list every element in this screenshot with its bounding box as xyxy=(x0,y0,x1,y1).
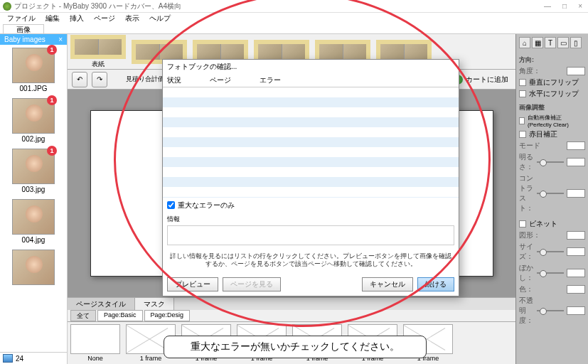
rp-autocorrect-check[interactable] xyxy=(519,117,525,124)
dialog-filter-checkbox[interactable]: 重大なエラーのみ xyxy=(167,200,454,210)
rp-opacity-label: 不透明度： xyxy=(519,296,534,326)
list-row[interactable] xyxy=(163,137,459,147)
rp-blur-input[interactable] xyxy=(567,269,585,277)
menu-page[interactable]: ページ xyxy=(90,14,119,23)
rp-redeye-label: 赤目補正 xyxy=(529,129,557,139)
rp-mode-input[interactable] xyxy=(567,141,585,150)
thumb-badge: 1 xyxy=(47,146,57,156)
list-row[interactable] xyxy=(163,167,459,177)
rp-brightness-label: 明るさ： xyxy=(519,152,534,172)
list-row[interactable] xyxy=(163,177,459,187)
rp-color-label: 色： xyxy=(519,284,564,294)
subtab-basic[interactable]: Page:Basic xyxy=(97,310,143,321)
rp-tab-page-icon[interactable]: ▯ xyxy=(570,37,582,48)
rp-angle-input[interactable] xyxy=(567,67,585,75)
menu-file[interactable]: ファイル xyxy=(3,14,40,23)
list-row[interactable] xyxy=(163,97,459,107)
dialog-hint: 詳しい情報を見るにはリストの行をクリックしてください。プレビューボタンを押して画… xyxy=(163,248,459,273)
instruction-callout: 重大なエラーが無いかチェックしてください。 xyxy=(164,336,427,358)
thumb-item[interactable]: 1 002.jpg xyxy=(3,98,64,143)
dialog-info-label: 情報 xyxy=(167,215,454,224)
rp-angle-label: 角度： xyxy=(519,66,564,76)
menu-insert[interactable]: 挿入 xyxy=(65,14,88,23)
rp-flip-h-check[interactable] xyxy=(519,90,526,97)
rp-tab-image-icon[interactable]: ▦ xyxy=(532,37,543,48)
rp-vignette-label: ビネット xyxy=(529,219,557,229)
thumb-item[interactable]: 004.jpg xyxy=(3,199,64,244)
rp-color-input[interactable] xyxy=(567,285,585,294)
menu-view[interactable]: 表示 xyxy=(121,14,144,23)
frame-label: 表紙 xyxy=(92,60,105,69)
list-row[interactable] xyxy=(163,157,459,167)
minimize-button[interactable]: — xyxy=(541,2,554,10)
rp-shape-input[interactable] xyxy=(567,231,585,240)
dialog-continue-button[interactable]: 続ける xyxy=(417,277,454,291)
list-row[interactable] xyxy=(163,87,459,97)
menu-help[interactable]: ヘルプ xyxy=(145,14,175,23)
window-title: プロジェクト - MyBaby 3900 ハードカバー、A4横向 xyxy=(14,1,541,11)
bottom-tabs: ページスタイル マスク xyxy=(68,297,515,310)
sidebar-tab-close[interactable]: × xyxy=(58,36,63,43)
close-button[interactable]: × xyxy=(575,2,585,10)
ribbon-tab-image[interactable]: 画像 xyxy=(3,24,44,33)
rp-redeye-check[interactable] xyxy=(519,131,526,138)
rp-opacity-slider[interactable] xyxy=(537,307,564,314)
rp-contrast-label: コントラスト： xyxy=(519,173,534,213)
rp-size-label: サイズ： xyxy=(519,242,534,262)
rp-brightness-input[interactable] xyxy=(567,158,585,166)
list-row[interactable] xyxy=(163,117,459,127)
rp-direction-title: 方向: xyxy=(519,55,585,65)
rp-tab-shape-icon[interactable]: ▭ xyxy=(557,37,569,48)
rp-opacity-input[interactable] xyxy=(567,306,585,315)
undo-button[interactable]: ↶ xyxy=(72,72,87,87)
rp-size-input[interactable] xyxy=(567,247,585,256)
dialog-cancel-button[interactable]: キャンセル xyxy=(362,277,413,291)
dialog-view-page-button[interactable]: ページを見る xyxy=(223,277,281,291)
col-error: エラー xyxy=(260,75,281,85)
redo-button[interactable]: ↷ xyxy=(92,72,107,87)
rp-tab-home-icon[interactable]: ⌂ xyxy=(519,37,530,48)
tab-mask[interactable]: マスク xyxy=(135,298,174,310)
sidebar-tab-label: Baby images xyxy=(4,36,46,43)
sidebar-tab[interactable]: Baby images × xyxy=(0,34,67,45)
rp-flip-v-check[interactable] xyxy=(519,79,526,86)
list-row[interactable] xyxy=(163,127,459,137)
dialog-info-box xyxy=(167,225,454,245)
list-row[interactable] xyxy=(163,107,459,117)
properties-panel: ⌂ ▦ T ▭ ▯ 方向: 角度： 垂直にフリップ 水平にフリップ 画像調整 自… xyxy=(515,34,588,364)
rp-brightness-slider[interactable] xyxy=(537,159,564,166)
maximize-button[interactable]: □ xyxy=(560,2,570,10)
rp-blur-label: ぼかし： xyxy=(519,263,534,283)
folder-icon[interactable] xyxy=(3,354,13,363)
thumb-item[interactable]: 1 001.JPG xyxy=(3,48,64,92)
list-row[interactable] xyxy=(163,187,459,197)
subtab-design[interactable]: Page:Desig xyxy=(144,310,191,321)
rp-enhance-title: 画像調整 xyxy=(519,103,585,112)
thumb-item[interactable] xyxy=(3,250,64,285)
tab-page-style[interactable]: ページスタイル xyxy=(68,298,135,310)
template-item[interactable]: None xyxy=(70,324,120,362)
menu-edit[interactable]: 編集 xyxy=(41,14,64,23)
list-row[interactable] xyxy=(163,147,459,157)
rp-autocorrect-label: 自動画像補正 (Perfectly Clear) xyxy=(528,114,585,128)
dialog-preview-button[interactable]: プレビュー xyxy=(167,277,218,291)
dialog-error-list[interactable] xyxy=(163,87,459,198)
thumb-item[interactable]: 1 003.jpg xyxy=(3,149,64,193)
thumb-image xyxy=(12,250,55,285)
col-status: 状況 xyxy=(167,75,181,85)
dialog-list-headers: 状況 ページ エラー xyxy=(163,74,459,87)
rp-contrast-input[interactable] xyxy=(567,189,585,198)
rp-tab-text-icon[interactable]: T xyxy=(545,37,556,48)
thumb-label: 003.jpg xyxy=(3,186,64,193)
rp-vignette-check[interactable] xyxy=(519,220,526,228)
menu-bar: ファイル 編集 挿入 ページ 表示 ヘルプ xyxy=(0,13,588,24)
sidebar-footer: 24 xyxy=(0,352,67,364)
rp-flip-h-label: 水平にフリップ xyxy=(529,89,579,99)
rp-contrast-slider[interactable] xyxy=(537,190,564,197)
sidebar-count: 24 xyxy=(16,355,23,363)
thumb-label: 002.jpg xyxy=(3,135,64,143)
rp-blur-slider[interactable] xyxy=(537,269,564,277)
rp-size-slider[interactable] xyxy=(537,248,564,255)
filmstrip-frame[interactable]: 表紙 xyxy=(70,35,126,69)
subtab-all[interactable]: 全て xyxy=(70,310,96,321)
